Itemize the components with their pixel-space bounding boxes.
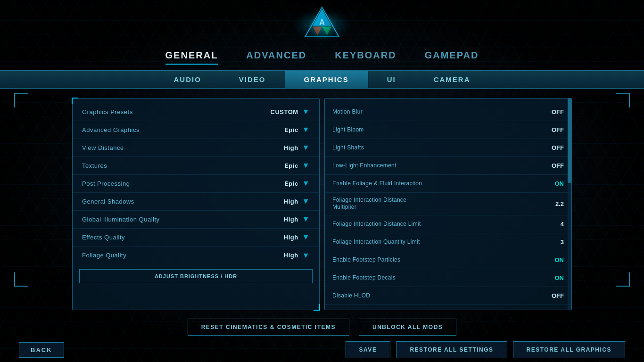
main-nav-general[interactable]: GENERAL bbox=[165, 50, 218, 65]
setting-value: OFF bbox=[545, 162, 564, 169]
dropdown-arrow-icon: ▼ bbox=[302, 233, 310, 241]
setting-row-general-shadows[interactable]: General Shadows High ▼ bbox=[73, 193, 319, 211]
setting-label: Disable HLOD bbox=[332, 292, 370, 300]
setting-label: Global Illumination Quality bbox=[82, 216, 160, 223]
bottom-actions: RESET CINEMATICS & COSMETIC ITEMS UNBLOC… bbox=[0, 315, 644, 337]
dropdown-arrow-icon: ▼ bbox=[302, 197, 310, 206]
setting-row-foliage-quality[interactable]: Foliage Quality High ▼ bbox=[73, 247, 319, 264]
scrollbar-thumb[interactable] bbox=[568, 99, 571, 183]
settings-panel: Graphics Presets CUSTOM ▼ Advanced Graph… bbox=[72, 98, 572, 310]
setting-value: ON bbox=[545, 274, 564, 281]
setting-label: View Distance bbox=[82, 144, 124, 151]
setting-row-foliage-distance-limit[interactable]: Foliage Interaction Distance Limit 4 bbox=[325, 215, 571, 233]
setting-row-disable-hlod[interactable]: Disable HLOD OFF bbox=[325, 287, 571, 305]
setting-value: OFF bbox=[545, 292, 564, 299]
setting-label: Graphics Presets bbox=[82, 108, 133, 115]
dropdown-arrow-icon: ▼ bbox=[302, 161, 310, 170]
dropdown-arrow-icon: ▼ bbox=[302, 179, 310, 188]
main-nav-advanced[interactable]: ADVANCED bbox=[246, 50, 306, 65]
setting-row-view-distance[interactable]: View Distance High ▼ bbox=[73, 139, 319, 157]
corner-tl-decoration bbox=[14, 93, 28, 107]
footer-row: BACK SAVE RESTORE ALL SETTINGS RESTORE A… bbox=[0, 337, 644, 362]
setting-row-foliage-quantity-limit[interactable]: Foliage Interaction Quantity Limit 3 bbox=[325, 233, 571, 251]
setting-label: Foliage Interaction Quantity Limit bbox=[332, 239, 420, 246]
restore-graphics-button[interactable]: RESTORE ALL GRAPHICS bbox=[513, 341, 625, 358]
setting-label: Advanced Graphics bbox=[82, 126, 140, 133]
setting-label: Motion Blur bbox=[332, 108, 363, 116]
adjust-brightness-button[interactable]: ADJUST BRIGHTNESS / HDR bbox=[79, 269, 313, 283]
setting-value: OFF bbox=[545, 126, 564, 133]
setting-value: High ▼ bbox=[284, 143, 310, 152]
dropdown-arrow-icon: ▼ bbox=[302, 107, 310, 116]
sub-nav-graphics[interactable]: GRAPHICS bbox=[285, 71, 368, 88]
dropdown-arrow-icon: ▼ bbox=[302, 143, 310, 152]
setting-label: Enable Footstep Decals bbox=[332, 274, 396, 282]
setting-value: 3 bbox=[545, 239, 564, 246]
setting-value: OFF bbox=[545, 144, 564, 151]
setting-label: Low-Light Enhancement bbox=[332, 162, 396, 170]
setting-row-global-illumination[interactable]: Global Illumination Quality High ▼ bbox=[73, 211, 319, 229]
save-button[interactable]: SAVE bbox=[346, 341, 391, 358]
main-nav-gamepad[interactable]: GAMEPAD bbox=[425, 50, 479, 65]
dropdown-arrow-icon: ▼ bbox=[302, 251, 310, 260]
logo-glow bbox=[294, 11, 350, 39]
setting-row-graphics-presets[interactable]: Graphics Presets CUSTOM ▼ bbox=[73, 103, 319, 121]
corner-tr-decoration bbox=[616, 93, 630, 107]
setting-value: Epic ▼ bbox=[284, 161, 310, 170]
sub-nav-camera[interactable]: CAMERA bbox=[415, 71, 489, 88]
unblock-mods-button[interactable]: UNBLOCK ALL MODS bbox=[359, 319, 456, 336]
setting-value: ON bbox=[545, 256, 564, 263]
left-panel: Graphics Presets CUSTOM ▼ Advanced Graph… bbox=[72, 98, 320, 310]
setting-label: Effects Quality bbox=[82, 234, 125, 241]
setting-row-light-shafts[interactable]: Light Shafts OFF bbox=[325, 139, 571, 157]
main-nav-keyboard[interactable]: KEYBOARD bbox=[335, 50, 396, 65]
dropdown-arrow-icon: ▼ bbox=[302, 125, 310, 134]
scrollbar[interactable] bbox=[568, 99, 571, 310]
setting-label: General Shadows bbox=[82, 198, 134, 205]
setting-value: Epic ▼ bbox=[284, 179, 310, 188]
setting-row-motion-blur[interactable]: Motion Blur OFF bbox=[325, 103, 571, 121]
setting-label: Foliage Interaction Distance Limit bbox=[332, 221, 421, 228]
sub-nav-audio[interactable]: AUDIO bbox=[155, 71, 220, 88]
setting-value: High ▼ bbox=[284, 215, 310, 223]
setting-row-footstep-particles[interactable]: Enable Footstep Particles ON bbox=[325, 251, 571, 269]
setting-row-advanced-graphics[interactable]: Advanced Graphics Epic ▼ bbox=[73, 121, 319, 139]
restore-settings-button[interactable]: RESTORE ALL SETTINGS bbox=[396, 341, 507, 358]
setting-label: Foliage Interaction Distance Multiplier bbox=[332, 197, 427, 211]
setting-value: High ▼ bbox=[284, 233, 310, 241]
setting-value: High ▼ bbox=[284, 197, 310, 206]
setting-value: 2.2 bbox=[545, 200, 564, 207]
setting-label: Enable Footstep Particles bbox=[332, 256, 400, 264]
sub-nav-ui[interactable]: UI bbox=[368, 71, 415, 88]
reset-cinematics-button[interactable]: RESET CINEMATICS & COSMETIC ITEMS bbox=[188, 319, 349, 336]
setting-value: ON bbox=[545, 180, 564, 187]
dropdown-arrow-icon: ▼ bbox=[302, 215, 310, 223]
setting-row-textures[interactable]: Textures Epic ▼ bbox=[73, 157, 319, 175]
setting-row-post-processing[interactable]: Post Processing Epic ▼ bbox=[73, 175, 319, 193]
logo-area: A bbox=[301, 0, 343, 50]
corner-br-decoration bbox=[616, 272, 630, 287]
setting-label: Foliage Quality bbox=[82, 252, 126, 259]
setting-value: OFF bbox=[545, 108, 564, 115]
setting-row-foliage-fluid-interaction[interactable]: Enable Foliage & Fluid Interaction ON bbox=[325, 175, 571, 193]
setting-value: CUSTOM ▼ bbox=[271, 107, 310, 116]
corner-bl-decoration bbox=[14, 272, 28, 287]
setting-row-low-light-enhancement[interactable]: Low-Light Enhancement OFF bbox=[325, 157, 571, 175]
sub-nav-video[interactable]: VIDEO bbox=[220, 71, 285, 88]
setting-value: 4 bbox=[545, 221, 564, 228]
setting-label: Textures bbox=[82, 162, 107, 169]
right-panel: Motion Blur OFF Light Bloom OFF Light Sh… bbox=[324, 98, 572, 310]
main-nav: GENERAL ADVANCED KEYBOARD GAMEPAD bbox=[165, 50, 479, 65]
setting-row-effects-quality[interactable]: Effects Quality High ▼ bbox=[73, 229, 319, 247]
setting-label: Light Shafts bbox=[332, 144, 364, 152]
back-button[interactable]: BACK bbox=[19, 342, 64, 358]
footer-right-buttons: SAVE RESTORE ALL SETTINGS RESTORE ALL GR… bbox=[346, 341, 625, 358]
setting-value: High ▼ bbox=[284, 251, 310, 260]
setting-label: Light Bloom bbox=[332, 126, 364, 134]
setting-row-light-bloom[interactable]: Light Bloom OFF bbox=[325, 121, 571, 139]
setting-row-foliage-distance-multiplier[interactable]: Foliage Interaction Distance Multiplier … bbox=[325, 193, 571, 215]
setting-value: Epic ▼ bbox=[284, 125, 310, 134]
sub-nav-bar: AUDIO VIDEO GRAPHICS UI CAMERA bbox=[0, 70, 644, 89]
setting-row-footstep-decals[interactable]: Enable Footstep Decals ON bbox=[325, 269, 571, 287]
setting-label: Enable Foliage & Fluid Interaction bbox=[332, 180, 422, 188]
